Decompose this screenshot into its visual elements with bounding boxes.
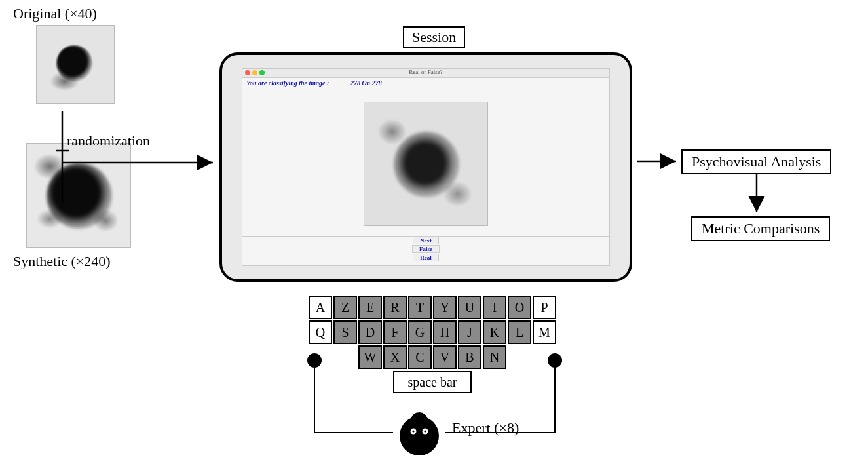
key-l[interactable]: L [508,320,531,344]
key-b[interactable]: B [458,345,481,369]
svg-point-5 [424,430,426,432]
session-buttons: Next False Real [412,237,440,261]
session-title-text: Session [412,29,456,45]
svg-point-1 [411,412,427,425]
key-o[interactable]: O [508,296,531,319]
key-w[interactable]: W [358,345,382,369]
spacebar-label: space bar [408,375,457,390]
key-u[interactable]: U [458,296,481,319]
key-r[interactable]: R [383,296,407,319]
session-panel: Real or False? You are classifying the i… [219,52,632,282]
window-title: Real or False? [409,69,442,75]
session-window: Real or False? You are classifying the i… [242,68,610,266]
false-button[interactable]: False [412,245,440,253]
key-q[interactable]: Q [309,320,332,344]
randomization-label: randomization [67,132,150,149]
classification-status: You are classifying the image : 278 On 2… [242,78,609,88]
original-label: Original (×40) [13,5,157,22]
key-k[interactable]: K [483,320,506,344]
key-n[interactable]: N [483,345,506,369]
key-i[interactable]: I [483,296,506,319]
close-icon [245,70,250,75]
key-h[interactable]: H [433,320,457,344]
metric-label: Metric Comparisons [702,220,820,237]
window-traffic-lights [245,70,265,75]
key-f[interactable]: F [383,320,407,344]
key-z[interactable]: Z [333,296,357,319]
status-count: 278 On 278 [350,79,382,87]
minimize-icon [252,70,257,75]
key-y[interactable]: Y [433,296,457,319]
key-t[interactable]: T [408,296,432,319]
key-g[interactable]: G [408,320,432,344]
psychovisual-analysis-box: Psychovisual Analysis [681,149,831,174]
displayed-spheroid-image [364,102,488,226]
key-p[interactable]: P [533,296,556,319]
key-v[interactable]: V [433,345,457,369]
session-title-box: Session [403,26,465,48]
expert-head-icon [396,410,442,455]
key-a[interactable]: A [309,296,332,319]
metric-comparisons-box: Metric Comparisons [691,216,830,241]
next-button[interactable]: Next [413,237,439,244]
expert-label: Expert (×8) [452,419,519,436]
svg-point-4 [412,430,414,432]
spacebar-key[interactable]: space bar [393,371,472,393]
synthetic-image-thumb [26,143,131,248]
psychovisual-label: Psychovisual Analysis [692,153,821,170]
real-button[interactable]: Real [413,254,439,261]
key-d[interactable]: D [358,320,382,344]
synthetic-label: Synthetic (×240) [13,253,157,270]
key-c[interactable]: C [408,345,432,369]
key-x[interactable]: X [383,345,407,369]
key-s[interactable]: S [333,320,357,344]
status-prefix: You are classifying the image : [246,79,329,87]
keyboard: AZERTYUIOP QSDFGHJKLM WXCVBN space bar [308,295,557,393]
maximize-icon [259,70,265,75]
key-j[interactable]: J [458,320,481,344]
window-titlebar: Real or False? [242,69,609,78]
original-image-thumb [36,25,115,104]
key-e[interactable]: E [358,296,382,319]
key-m[interactable]: M [533,320,556,344]
